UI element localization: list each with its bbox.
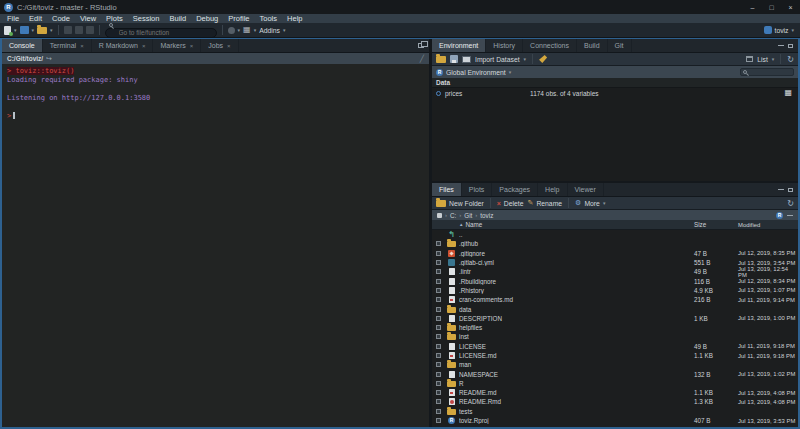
menu-item-view[interactable]: View: [75, 14, 101, 23]
refresh-icon[interactable]: ↻: [787, 55, 794, 64]
checkbox[interactable]: [436, 251, 441, 256]
breadcrumb-item-git[interactable]: Git: [464, 212, 472, 219]
goto-file-search[interactable]: [105, 21, 217, 39]
table-row[interactable]: README.Rmd1.3 KBJul 13, 2019, 4:08 PM: [432, 397, 798, 406]
checkbox[interactable]: [436, 325, 441, 330]
chevron-down-icon[interactable]: ▾: [772, 56, 775, 62]
table-row[interactable]: R: [432, 379, 798, 388]
table-row[interactable]: NAMESPACE132 BJul 13, 2019, 1:02 PM: [432, 369, 798, 378]
console-tab-markers[interactable]: Markers×: [153, 39, 201, 52]
file-name[interactable]: .gitignore: [459, 250, 694, 257]
list-view-icon[interactable]: [746, 56, 753, 62]
goto-directory-icon[interactable]: ↪: [46, 55, 52, 63]
load-workspace-icon[interactable]: [436, 56, 446, 63]
checkbox[interactable]: [436, 316, 441, 321]
list-view-button[interactable]: List: [757, 56, 768, 63]
chevron-down-icon[interactable]: ▾: [32, 27, 35, 33]
modified-column-header[interactable]: Modified: [738, 222, 798, 228]
checkbox[interactable]: [436, 260, 441, 265]
table-row[interactable]: LICENSE.md1.1 KBJul 11, 2019, 9:18 PM: [432, 351, 798, 360]
project-selector[interactable]: toviz ▾: [764, 26, 797, 34]
file-name[interactable]: .lintr: [459, 268, 694, 275]
checkbox[interactable]: [436, 372, 441, 377]
checkbox[interactable]: [436, 297, 441, 302]
clear-objects-icon[interactable]: [539, 55, 547, 63]
console-tab-jobs[interactable]: Jobs×: [201, 39, 238, 52]
checkbox[interactable]: [436, 381, 441, 386]
environment-object-row[interactable]: prices1174 obs. of 4 variables▦: [432, 88, 798, 98]
file-name[interactable]: NAMESPACE: [459, 371, 694, 378]
version-control-icon[interactable]: [228, 27, 235, 34]
file-name[interactable]: DESCRIPTION: [459, 315, 694, 322]
menu-item-help[interactable]: Help: [282, 14, 307, 23]
refresh-icon[interactable]: ↻: [787, 199, 794, 208]
files-tab-packages[interactable]: Packages: [492, 183, 538, 196]
select-all-icon[interactable]: [437, 213, 442, 218]
restore-pane-icon[interactable]: [418, 43, 424, 48]
file-name[interactable]: R: [459, 380, 694, 387]
addins-button[interactable]: Addins: [259, 27, 280, 34]
file-name[interactable]: man: [459, 361, 694, 368]
workspace-panes-icon[interactable]: ▦: [243, 26, 251, 34]
console-output[interactable]: > toviz::toviz()Loading required package…: [2, 64, 429, 427]
file-name[interactable]: ..: [459, 231, 694, 238]
close-icon[interactable]: ×: [190, 43, 194, 49]
scope-selector[interactable]: Global Environment: [446, 69, 506, 76]
file-name[interactable]: data: [459, 306, 694, 313]
file-name[interactable]: README.md: [459, 389, 694, 396]
open-file-icon[interactable]: [37, 27, 47, 34]
file-name[interactable]: LICENSE: [459, 343, 694, 350]
view-table-icon[interactable]: ▦: [784, 89, 792, 97]
checkbox[interactable]: [436, 353, 441, 358]
table-row[interactable]: .github: [432, 239, 798, 248]
checkbox[interactable]: [436, 334, 441, 339]
table-row[interactable]: man: [432, 360, 798, 369]
checkbox[interactable]: [436, 390, 441, 395]
file-name[interactable]: .Rhistory: [459, 287, 694, 294]
files-tab-help[interactable]: Help: [538, 183, 567, 196]
breadcrumb-item-c-[interactable]: C:: [450, 212, 456, 219]
more-button[interactable]: ⚙ More ▾: [575, 199, 605, 207]
save-workspace-icon[interactable]: [450, 55, 458, 63]
chevron-down-icon[interactable]: ▾: [283, 27, 286, 33]
checkbox[interactable]: [436, 279, 441, 284]
checkbox[interactable]: [436, 409, 441, 414]
maximize-pane-icon[interactable]: [788, 188, 793, 192]
chevron-down-icon[interactable]: ▾: [238, 27, 241, 33]
files-tab-viewer[interactable]: Viewer: [568, 183, 604, 196]
close-icon[interactable]: ×: [227, 43, 231, 49]
checkbox[interactable]: [436, 241, 441, 246]
checkbox[interactable]: [436, 399, 441, 404]
checkbox[interactable]: [436, 269, 441, 274]
menu-item-tools[interactable]: Tools: [255, 14, 283, 23]
checkbox[interactable]: [436, 307, 441, 312]
file-name[interactable]: LICENSE.md: [459, 352, 694, 359]
close-icon[interactable]: ×: [80, 43, 84, 49]
chevron-down-icon[interactable]: ▾: [254, 27, 257, 33]
checkbox[interactable]: [436, 344, 441, 349]
menu-item-code[interactable]: Code: [47, 14, 75, 23]
size-column-header[interactable]: Size: [694, 221, 738, 228]
name-column-header[interactable]: ▲Name: [459, 221, 694, 228]
import-dataset-icon[interactable]: [462, 56, 471, 63]
file-name[interactable]: .gitlab-ci.yml: [459, 259, 694, 266]
table-row[interactable]: ↰..: [432, 230, 798, 239]
close-icon[interactable]: ×: [142, 43, 146, 49]
file-name[interactable]: .github: [459, 240, 694, 247]
menu-item-edit[interactable]: Edit: [24, 14, 47, 23]
file-name[interactable]: .Rbuildignore: [459, 278, 694, 285]
console-tab-console[interactable]: Console: [2, 39, 43, 52]
menu-item-file[interactable]: File: [2, 14, 24, 23]
files-tab-plots[interactable]: Plots: [462, 183, 493, 196]
minimize-pane-icon[interactable]: [778, 45, 784, 46]
delete-button[interactable]: × Delete: [497, 200, 524, 207]
checkbox[interactable]: [436, 288, 441, 293]
file-name[interactable]: cran-comments.md: [459, 296, 694, 303]
files-tab-files[interactable]: Files: [432, 183, 462, 196]
table-row[interactable]: data: [432, 304, 798, 313]
new-file-icon[interactable]: [4, 26, 11, 35]
file-name[interactable]: tests: [459, 408, 694, 415]
table-row[interactable]: README.md1.1 KBJul 13, 2019, 4:08 PM: [432, 388, 798, 397]
table-row[interactable]: helpfiles: [432, 323, 798, 332]
new-project-icon[interactable]: [20, 26, 29, 34]
